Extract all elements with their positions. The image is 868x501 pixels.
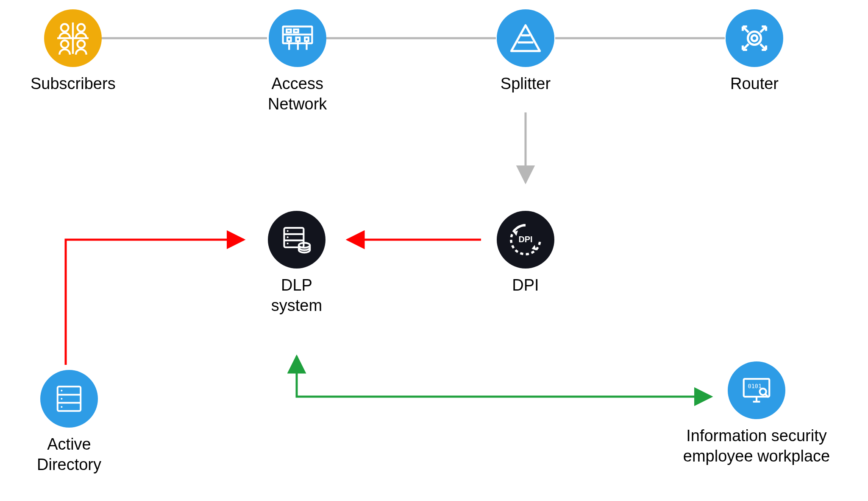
- server-db-icon: [279, 222, 314, 257]
- splitter-icon: [508, 20, 543, 56]
- network-icon: [279, 20, 316, 56]
- node-label: DLP system: [271, 275, 322, 316]
- svg-point-35: [61, 398, 62, 400]
- node-circle: 0101: [728, 361, 785, 419]
- svg-point-24: [287, 230, 289, 232]
- node-circle: [40, 370, 98, 428]
- node-circle: DPI: [497, 211, 554, 269]
- svg-point-1: [78, 24, 85, 32]
- node-dpi: DPI DPI: [497, 211, 554, 296]
- edge-ad-dlp: [66, 240, 244, 365]
- svg-point-19: [748, 32, 761, 45]
- node-router: Router: [726, 9, 783, 94]
- node-label: Active Directory: [37, 434, 101, 475]
- node-label: Access Network: [268, 74, 327, 114]
- node-access-network: Access Network: [268, 9, 327, 114]
- node-circle: [44, 9, 102, 67]
- svg-point-25: [287, 236, 289, 238]
- node-label: Subscribers: [31, 74, 116, 94]
- svg-point-3: [78, 40, 85, 48]
- svg-marker-16: [511, 25, 540, 51]
- node-circle: [497, 9, 554, 67]
- svg-point-36: [61, 406, 62, 408]
- node-security-workplace: 0101 Information security employee workp…: [680, 361, 833, 466]
- svg-point-26: [287, 243, 289, 244]
- router-icon: [736, 20, 773, 56]
- svg-rect-12: [305, 37, 309, 41]
- svg-rect-10: [287, 37, 291, 41]
- svg-rect-9: [294, 29, 298, 32]
- svg-point-34: [61, 390, 62, 392]
- node-circle: [269, 9, 326, 67]
- node-splitter: Splitter: [497, 9, 554, 94]
- svg-rect-8: [287, 29, 291, 32]
- dpi-icon: DPI: [506, 221, 545, 259]
- node-label: Splitter: [501, 74, 551, 94]
- svg-text:0101: 0101: [748, 383, 762, 389]
- edge-dlp-securitywp: [297, 356, 711, 397]
- node-subscribers: Subscribers: [31, 9, 116, 94]
- svg-point-0: [61, 24, 69, 32]
- node-circle: [726, 9, 783, 67]
- node-label: Router: [730, 74, 779, 94]
- users-icon: [54, 20, 92, 57]
- node-ad: Active Directory: [37, 370, 101, 475]
- svg-point-20: [751, 35, 757, 41]
- node-label: Information security employee workplace: [683, 426, 830, 466]
- node-circle: [268, 211, 326, 269]
- rack-icon: [52, 382, 86, 416]
- svg-text:DPI: DPI: [519, 235, 533, 244]
- node-dlp: DLP system: [268, 211, 326, 316]
- svg-point-2: [61, 40, 69, 48]
- node-label: DPI: [512, 275, 539, 296]
- svg-rect-11: [296, 37, 300, 41]
- monitor-icon: 0101: [739, 372, 774, 408]
- svg-marker-29: [531, 245, 536, 251]
